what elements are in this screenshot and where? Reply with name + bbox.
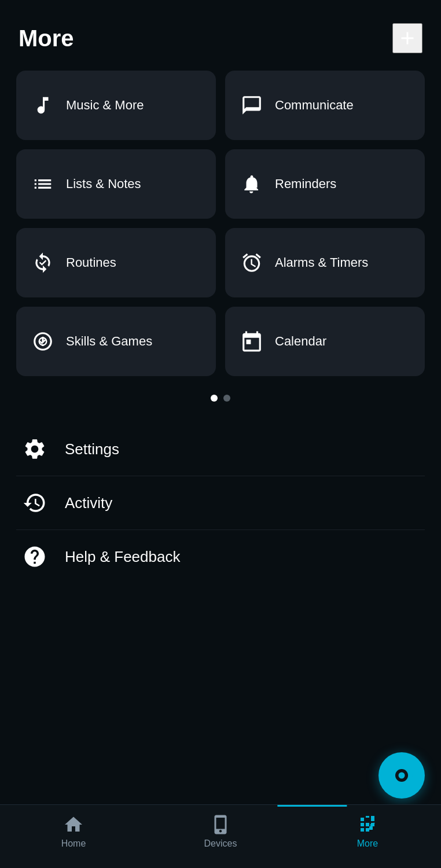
nav-item-home[interactable]: Home	[0, 812, 147, 849]
nav-home-label: Home	[61, 838, 86, 849]
list-item-settings[interactable]: Settings	[16, 422, 425, 476]
dot-2	[223, 395, 230, 402]
grid-item-skills-games[interactable]: Skills & Games	[16, 307, 216, 376]
grid-item-lists-notes[interactable]: Lists & Notes	[16, 149, 216, 219]
help-icon	[21, 543, 49, 571]
calendar-label: Calendar	[275, 334, 326, 349]
nav-devices-label: Devices	[204, 838, 237, 849]
skills-icon	[30, 329, 56, 354]
bottom-nav: Home Devices More	[0, 804, 441, 868]
gear-icon	[21, 435, 49, 463]
list-item-help-feedback[interactable]: Help & Feedback	[16, 529, 425, 583]
grid-item-music-more[interactable]: Music & More	[16, 71, 216, 140]
plus-icon	[397, 28, 418, 49]
nav-item-more[interactable]: More	[294, 812, 441, 849]
music-icon	[30, 93, 56, 118]
pagination-dots	[0, 395, 441, 402]
alarms-timers-label: Alarms & Timers	[275, 255, 368, 270]
routines-label: Routines	[66, 255, 116, 270]
lists-notes-label: Lists & Notes	[66, 176, 141, 192]
calendar-icon	[239, 329, 264, 354]
grid-section: Music & More Communicate Lists & Notes R…	[0, 71, 441, 376]
more-nav-icon	[357, 814, 378, 835]
alarm-icon	[239, 250, 264, 275]
routines-icon	[30, 250, 56, 275]
nav-more-label: More	[357, 838, 378, 849]
skills-games-label: Skills & Games	[66, 334, 152, 349]
music-more-label: Music & More	[66, 98, 144, 113]
grid-item-communicate[interactable]: Communicate	[225, 71, 425, 140]
reminders-label: Reminders	[275, 176, 336, 192]
communicate-label: Communicate	[275, 98, 354, 113]
page-title: More	[19, 25, 74, 52]
alexa-button[interactable]	[378, 752, 425, 799]
grid-item-routines[interactable]: Routines	[16, 228, 216, 297]
activity-icon	[21, 489, 49, 517]
header: More	[0, 0, 441, 71]
list-item-activity[interactable]: Activity	[16, 476, 425, 529]
nav-item-devices[interactable]: Devices	[147, 812, 294, 849]
grid-item-calendar[interactable]: Calendar	[225, 307, 425, 376]
alexa-icon	[389, 763, 414, 788]
list-section: Settings Activity Help & Feedback	[0, 422, 441, 583]
chat-icon	[239, 93, 264, 118]
settings-label: Settings	[65, 440, 119, 458]
home-icon	[63, 814, 84, 835]
list-icon	[30, 171, 56, 197]
grid-item-reminders[interactable]: Reminders	[225, 149, 425, 219]
add-button[interactable]	[392, 23, 422, 53]
svg-point-3	[399, 773, 405, 779]
grid-item-alarms-timers[interactable]: Alarms & Timers	[225, 228, 425, 297]
dot-1	[211, 395, 218, 402]
reminders-icon	[239, 171, 264, 197]
devices-icon	[210, 814, 231, 835]
svg-rect-4	[369, 826, 373, 830]
activity-label: Activity	[65, 494, 112, 512]
help-feedback-label: Help & Feedback	[65, 548, 180, 566]
nav-active-indicator	[277, 805, 347, 807]
grid-container: Music & More Communicate Lists & Notes R…	[16, 71, 425, 376]
